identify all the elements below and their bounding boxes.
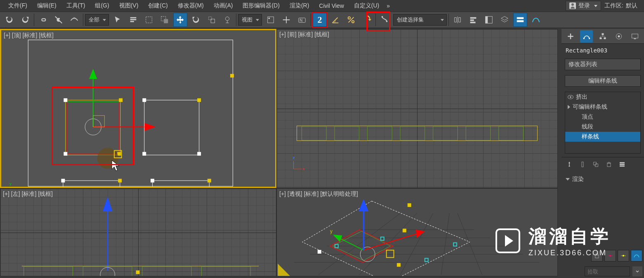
workspace-selector[interactable]: 工作区: 默认	[601, 2, 641, 10]
viewport-left[interactable]: [+] [左] [标准] [线框]	[0, 188, 276, 276]
menu-animation[interactable]: 动画(A)	[209, 0, 238, 11]
modifier-list-dropdown[interactable]: 修改器列表	[565, 59, 641, 70]
align-button[interactable]	[466, 13, 480, 27]
menu-create[interactable]: 创建(C)	[143, 0, 172, 11]
svg-line-85	[441, 213, 449, 275]
select-and-move-button[interactable]	[173, 13, 187, 27]
menu-views[interactable]: 视图(V)	[114, 0, 144, 11]
reference-coord-dropdown[interactable]: 视图	[238, 14, 262, 26]
svg-rect-120	[607, 163, 611, 166]
stack-row-segment[interactable]: 线段	[565, 122, 640, 132]
svg-rect-62	[466, 126, 491, 140]
modify-tab[interactable]	[580, 30, 593, 43]
transform-gizmo-toggle-button[interactable]	[631, 250, 642, 261]
link-button[interactable]	[36, 13, 50, 27]
modifier-stack[interactable]: 挤出 可编辑样条线 顶点 线段 样条线	[565, 92, 641, 154]
use-pivot-center-button[interactable]	[264, 13, 278, 27]
percent-snap-button[interactable]	[344, 13, 358, 27]
object-name-field[interactable]: Rectangle003	[561, 44, 644, 57]
stack-row-spline[interactable]: 样条线	[565, 132, 640, 142]
svg-marker-97	[359, 199, 368, 211]
toggle-ribbon-button[interactable]	[513, 13, 527, 27]
status-pick-input[interactable]	[585, 266, 630, 276]
selection-filter-dropdown[interactable]: 全部	[85, 14, 109, 26]
status-dropdown-button[interactable]	[632, 266, 642, 276]
svg-rect-1	[130, 19, 137, 20]
menu-civilview[interactable]: Civil View	[314, 1, 349, 11]
viewport-left-label: [+] [左] [标准] [线框]	[3, 190, 53, 198]
svg-rect-56	[297, 126, 538, 141]
stack-row-vertex[interactable]: 顶点	[565, 112, 640, 122]
svg-rect-101	[381, 237, 384, 240]
snap-toggle-button[interactable]: 2	[313, 13, 327, 27]
configure-modifier-sets-button[interactable]	[618, 161, 626, 168]
select-and-place-button[interactable]	[220, 13, 234, 27]
stack-label-spline: 样条线	[582, 133, 599, 140]
svg-rect-111	[600, 37, 602, 39]
menu-edit[interactable]: 编辑(E)	[32, 0, 61, 11]
keyboard-shortcut-override-button[interactable]	[295, 13, 309, 27]
menu-customize[interactable]: 自定义(U)	[349, 0, 384, 11]
redo-button[interactable]	[18, 13, 32, 27]
menu-file[interactable]: 文件(F)	[3, 0, 32, 11]
stack-row-extrude[interactable]: 挤出	[565, 92, 640, 102]
menu-rendering[interactable]: 渲染(R)	[285, 0, 314, 11]
motion-tab[interactable]	[613, 30, 625, 43]
svg-point-114	[618, 35, 620, 37]
curve-editor-button[interactable]	[529, 13, 543, 27]
remove-modifier-button[interactable]	[605, 161, 613, 168]
svg-marker-87	[302, 201, 470, 276]
toggle-scene-explorer-button[interactable]	[482, 13, 496, 27]
svg-rect-40	[143, 152, 146, 155]
bind-spacewarp-button[interactable]	[67, 13, 81, 27]
svg-rect-36	[118, 152, 121, 155]
menu-tools[interactable]: 工具(T)	[61, 0, 90, 11]
hierarchy-tab[interactable]	[596, 30, 609, 43]
menu-modifiers[interactable]: 修改器(M)	[173, 0, 209, 11]
create-tab[interactable]	[564, 30, 577, 43]
select-by-name-button[interactable]	[126, 13, 140, 27]
select-and-scale-button[interactable]	[205, 13, 219, 27]
menu-group[interactable]: 组(G)	[90, 0, 114, 11]
edit-spline-button[interactable]: 编辑样条线	[565, 75, 641, 87]
pin-stack-button[interactable]	[566, 161, 573, 168]
spinner-snap-button[interactable]	[360, 13, 374, 27]
make-unique-button[interactable]	[592, 161, 599, 168]
select-and-rotate-button[interactable]	[189, 13, 203, 27]
angle-snap-button[interactable]	[328, 13, 342, 27]
svg-rect-43	[63, 181, 120, 187]
viewport-top[interactable]: [+] [顶] [标准] [线框]	[0, 29, 276, 188]
viewport-front[interactable]: [+] [前] [标准] [线框] z x	[276, 29, 558, 188]
show-end-result-button[interactable]	[579, 161, 586, 168]
viewport-top-scene: y x z	[1, 30, 275, 187]
svg-rect-38	[143, 98, 146, 102]
undo-button[interactable]	[2, 13, 17, 27]
rollout-render[interactable]: 渲染	[561, 173, 644, 185]
svg-rect-104	[425, 258, 428, 261]
eye-icon	[568, 95, 573, 99]
menu-grapheditors[interactable]: 图形编辑器(D)	[238, 0, 284, 11]
window-crossing-button[interactable]	[158, 13, 172, 27]
login-button[interactable]: 登录	[566, 1, 601, 11]
viewport-front-scene: z x	[277, 29, 557, 188]
svg-rect-42	[230, 74, 234, 77]
toggle-layer-explorer-button[interactable]	[498, 13, 512, 27]
selection-region-button[interactable]	[142, 13, 156, 27]
status-input-row	[585, 266, 642, 276]
svg-rect-47	[151, 179, 154, 182]
svg-marker-92	[333, 235, 342, 242]
mirror-button[interactable]	[451, 13, 465, 27]
transform-gizmo-y-button[interactable]	[618, 250, 629, 261]
menu-overflow[interactable]: »	[384, 1, 392, 11]
select-and-manipulate-button[interactable]	[279, 13, 293, 27]
svg-point-12	[348, 17, 351, 19]
unlink-button[interactable]	[52, 13, 66, 27]
viewport-persp-label: [+] [透视] [标准] [默认明暗处理]	[279, 190, 358, 198]
named-selection-edit-button[interactable]	[377, 13, 392, 27]
svg-rect-103	[453, 243, 457, 246]
named-selection-dropdown[interactable]: 创建选择集	[393, 14, 447, 26]
display-tab[interactable]	[629, 30, 642, 43]
select-object-button[interactable]	[111, 13, 125, 27]
svg-text:y: y	[330, 228, 333, 234]
stack-row-editable-spline[interactable]: 可编辑样条线	[565, 102, 640, 112]
